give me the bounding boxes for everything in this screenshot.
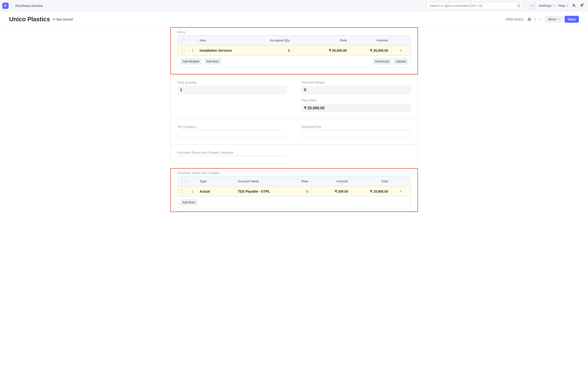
total-qty-label: Total Quantity (177, 81, 287, 84)
row-checkbox[interactable] (181, 190, 185, 193)
row-actions-header (391, 176, 410, 186)
qty-header: Accepted Qty (254, 35, 293, 45)
help-label: Help (558, 4, 565, 7)
add-row-button[interactable]: Add Row (204, 58, 221, 65)
account-head-cell[interactable]: TDS Payable - GTPL (235, 186, 275, 196)
rate-cell[interactable]: ₹ 20,000.00 (293, 46, 350, 55)
select-all-checkbox[interactable] (181, 179, 185, 183)
tax-shipping-section: Tax Category Shipping Rule (170, 119, 418, 145)
taxes-template-section: Purchase Taxes and Charges Template (170, 145, 418, 164)
row-checkbox[interactable] (181, 49, 185, 52)
tax-rate-header: Rate (275, 176, 311, 186)
tax-amount-cell[interactable]: ₹ 200.00 (311, 186, 351, 196)
add-row-button[interactable]: Add Row (180, 199, 198, 205)
upload-button[interactable]: Upload (393, 58, 408, 65)
taxes-section-highlight: Purchase Taxes and Charges Type Account … (170, 168, 418, 212)
topbar: E › Purchase Invoice A Settings ▼ Help ▼ (0, 0, 588, 11)
item-header: Item (197, 35, 254, 45)
type-header: Type (197, 176, 235, 186)
shipping-rule-label: Shipping Rule (301, 125, 411, 129)
account-head-header: Account Head (235, 176, 275, 186)
item-cell[interactable]: Installation Services (197, 46, 254, 55)
items-label: Items (178, 30, 411, 34)
tax-total-cell[interactable]: ₹ 19,800.00 (351, 186, 391, 196)
page-title: Unico Plastics (9, 16, 50, 23)
items-table: Item Accepted Qty Rate Amount 1 Installa… (178, 35, 411, 67)
breadcrumb-purchase-invoice[interactable]: Purchase Invoice (15, 4, 43, 8)
avatar[interactable]: A (530, 3, 536, 9)
index-header (189, 176, 197, 186)
add-multiple-button[interactable]: Add Multiple (180, 58, 202, 65)
caret-down-icon: ▼ (558, 18, 560, 21)
items-row[interactable]: 1 Installation Services 1 ₹ 20,000.00 ₹ … (178, 46, 410, 56)
items-section-highlight: Items Item Accepted Qty Rate Amount 1 In… (170, 27, 418, 74)
items-grid-actions: Add Multiple Add Row Download Upload (178, 56, 410, 67)
caret-down-icon: ▼ (553, 4, 555, 7)
svg-line-1 (519, 6, 520, 7)
tax-category-input[interactable] (177, 130, 287, 138)
save-button[interactable]: Save (565, 16, 579, 23)
taxes-template-input[interactable] (177, 156, 287, 164)
shipping-rule-input[interactable] (301, 130, 411, 138)
help-menu[interactable]: Help ▼ (558, 4, 569, 7)
download-button[interactable]: Download (373, 58, 391, 65)
settings-menu[interactable]: Settings ▼ (539, 4, 555, 7)
taxes-row[interactable]: 1 Actual TDS Payable - GTPL 0 ₹ 200.00 ₹… (178, 186, 410, 197)
menu-button[interactable]: Menu ▼ (545, 16, 563, 23)
amount-cell[interactable]: ₹ 20,000.00 (350, 46, 391, 55)
net-weight-label: Total Net Weight (301, 81, 411, 84)
caret-down-icon: ▼ (566, 4, 569, 7)
tax-type-cell[interactable]: Actual (197, 186, 235, 196)
total-inr-label: Total (INR) (301, 98, 411, 102)
tax-total-header: Total (351, 176, 391, 186)
row-expand-icon[interactable]: ▼ (391, 46, 410, 55)
document-id: PINV-00211 (506, 17, 524, 21)
tax-category-label: Tax Category (177, 125, 287, 129)
app-logo[interactable]: E (2, 3, 9, 9)
row-expand-icon[interactable]: ▼ (391, 186, 410, 196)
search-input[interactable] (430, 4, 517, 7)
select-all-checkbox[interactable] (181, 39, 185, 42)
taxes-table: Type Account Head Rate Amount Total 1 Ac… (178, 176, 411, 208)
print-icon[interactable] (527, 17, 532, 22)
unsaved-indicator-icon (53, 18, 55, 20)
svg-point-0 (517, 4, 519, 6)
taxes-template-label: Purchase Taxes and Charges Template (177, 151, 287, 154)
tax-amount-header: Amount (311, 176, 351, 186)
amount-header: Amount (350, 35, 391, 45)
taxes-grid-actions: Add Row (178, 197, 410, 208)
next-doc-icon[interactable] (539, 18, 542, 21)
search-box[interactable] (427, 2, 523, 9)
notifications-icon[interactable] (580, 3, 584, 8)
page-header: Unico Plastics Not Saved PINV-00211 Menu… (0, 11, 588, 27)
row-index: 1 (189, 186, 197, 196)
index-header (189, 35, 197, 45)
notification-badge (583, 3, 584, 5)
settings-label: Settings (539, 4, 552, 7)
search-icon (517, 4, 521, 8)
total-inr-value: ₹ 20,000.00 (301, 104, 411, 112)
rate-header: Rate (293, 35, 350, 45)
unsaved-label: Not Saved (56, 17, 73, 21)
prev-doc-icon[interactable] (534, 18, 537, 21)
row-index: 1 (189, 46, 197, 55)
qty-cell[interactable]: 1 (254, 46, 293, 55)
totals-section: Total Quantity 1 Total Net Weight 0 Tota… (170, 74, 418, 119)
chat-icon[interactable] (572, 3, 576, 8)
net-weight-value: 0 (301, 86, 411, 94)
row-actions-header (391, 35, 410, 45)
tax-rate-cell[interactable]: 0 (275, 186, 311, 196)
taxes-label: Purchase Taxes and Charges (178, 171, 411, 175)
total-qty-value: 1 (177, 86, 287, 94)
chevron-right-icon: › (11, 4, 12, 7)
menu-button-label: Menu (548, 17, 556, 21)
